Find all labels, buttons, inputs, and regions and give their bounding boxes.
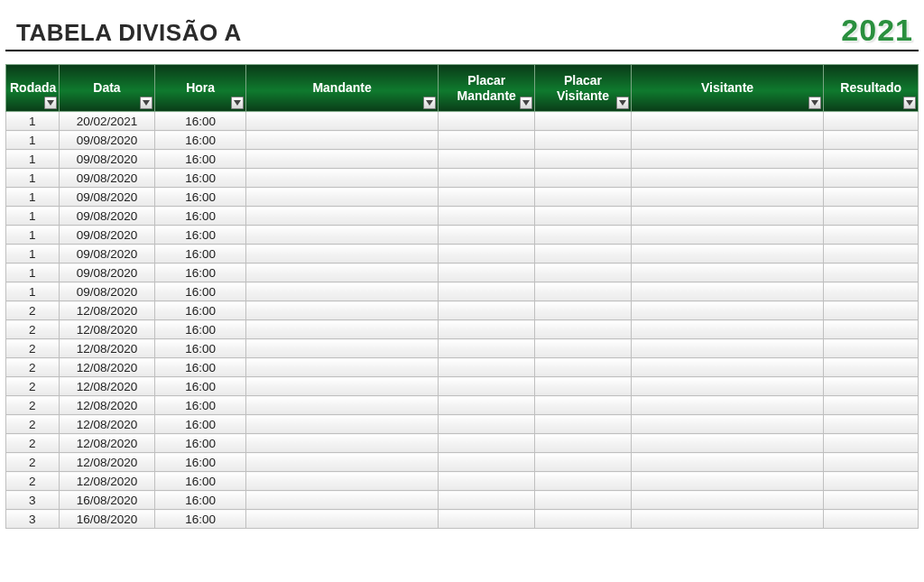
cell-resultado[interactable] bbox=[824, 472, 919, 491]
cell-placarMandante[interactable] bbox=[439, 188, 535, 207]
cell-visitante[interactable] bbox=[631, 150, 824, 169]
cell-visitante[interactable] bbox=[631, 377, 824, 396]
cell-resultado[interactable] bbox=[824, 510, 919, 529]
cell-placarMandante[interactable] bbox=[439, 226, 535, 245]
cell-visitante[interactable] bbox=[631, 491, 824, 510]
cell-data[interactable]: 09/08/2020 bbox=[59, 188, 155, 207]
cell-placarVisitante[interactable] bbox=[535, 131, 632, 150]
column-header-hora[interactable]: Hora bbox=[155, 65, 245, 112]
cell-hora[interactable]: 16:00 bbox=[155, 112, 245, 131]
cell-visitante[interactable] bbox=[631, 396, 824, 415]
cell-visitante[interactable] bbox=[631, 131, 824, 150]
column-header-rodada[interactable]: Rodada bbox=[6, 65, 60, 112]
cell-hora[interactable]: 16:00 bbox=[155, 377, 245, 396]
cell-resultado[interactable] bbox=[824, 263, 919, 282]
cell-mandante[interactable] bbox=[245, 263, 439, 282]
cell-hora[interactable]: 16:00 bbox=[155, 510, 245, 529]
cell-visitante[interactable] bbox=[631, 263, 824, 282]
cell-mandante[interactable] bbox=[245, 282, 439, 301]
cell-mandante[interactable] bbox=[245, 320, 439, 339]
cell-placarMandante[interactable] bbox=[439, 358, 535, 377]
cell-placarVisitante[interactable] bbox=[535, 301, 632, 320]
cell-rodada[interactable]: 2 bbox=[6, 320, 60, 339]
cell-hora[interactable]: 16:00 bbox=[155, 434, 245, 453]
cell-placarMandante[interactable] bbox=[439, 510, 535, 529]
cell-resultado[interactable] bbox=[824, 415, 919, 434]
cell-placarVisitante[interactable] bbox=[535, 188, 632, 207]
cell-resultado[interactable] bbox=[824, 150, 919, 169]
cell-resultado[interactable] bbox=[824, 188, 919, 207]
cell-placarVisitante[interactable] bbox=[535, 226, 632, 245]
cell-data[interactable]: 12/08/2020 bbox=[59, 396, 155, 415]
cell-mandante[interactable] bbox=[245, 112, 439, 131]
cell-placarMandante[interactable] bbox=[439, 263, 535, 282]
cell-placarVisitante[interactable] bbox=[535, 320, 632, 339]
cell-data[interactable]: 16/08/2020 bbox=[59, 510, 155, 529]
cell-rodada[interactable]: 1 bbox=[6, 226, 60, 245]
cell-rodada[interactable]: 2 bbox=[6, 434, 60, 453]
cell-mandante[interactable] bbox=[245, 169, 439, 188]
cell-hora[interactable]: 16:00 bbox=[155, 396, 245, 415]
cell-data[interactable]: 09/08/2020 bbox=[59, 150, 155, 169]
cell-visitante[interactable] bbox=[631, 339, 824, 358]
cell-mandante[interactable] bbox=[245, 226, 439, 245]
cell-mandante[interactable] bbox=[245, 453, 439, 472]
cell-placarVisitante[interactable] bbox=[535, 415, 632, 434]
cell-placarMandante[interactable] bbox=[439, 339, 535, 358]
cell-rodada[interactable]: 1 bbox=[6, 282, 60, 301]
cell-visitante[interactable] bbox=[631, 188, 824, 207]
cell-rodada[interactable]: 1 bbox=[6, 169, 60, 188]
cell-placarMandante[interactable] bbox=[439, 472, 535, 491]
cell-mandante[interactable] bbox=[245, 207, 439, 226]
cell-resultado[interactable] bbox=[824, 320, 919, 339]
cell-mandante[interactable] bbox=[245, 358, 439, 377]
cell-visitante[interactable] bbox=[631, 207, 824, 226]
cell-data[interactable]: 12/08/2020 bbox=[59, 415, 155, 434]
cell-placarMandante[interactable] bbox=[439, 491, 535, 510]
cell-visitante[interactable] bbox=[631, 453, 824, 472]
filter-visitante-button[interactable] bbox=[808, 97, 821, 109]
cell-data[interactable]: 20/02/2021 bbox=[59, 112, 155, 131]
cell-data[interactable]: 12/08/2020 bbox=[59, 377, 155, 396]
cell-placarVisitante[interactable] bbox=[535, 245, 632, 263]
cell-hora[interactable]: 16:00 bbox=[155, 282, 245, 301]
cell-resultado[interactable] bbox=[824, 226, 919, 245]
cell-resultado[interactable] bbox=[824, 245, 919, 263]
cell-resultado[interactable] bbox=[824, 112, 919, 131]
cell-placarMandante[interactable] bbox=[439, 207, 535, 226]
cell-hora[interactable]: 16:00 bbox=[155, 169, 245, 188]
cell-rodada[interactable]: 3 bbox=[6, 491, 60, 510]
cell-placarMandante[interactable] bbox=[439, 415, 535, 434]
cell-visitante[interactable] bbox=[631, 415, 824, 434]
cell-visitante[interactable] bbox=[631, 112, 824, 131]
cell-placarVisitante[interactable] bbox=[535, 358, 632, 377]
cell-mandante[interactable] bbox=[245, 150, 439, 169]
cell-rodada[interactable]: 1 bbox=[6, 207, 60, 226]
cell-placarMandante[interactable] bbox=[439, 320, 535, 339]
cell-placarVisitante[interactable] bbox=[535, 491, 632, 510]
cell-rodada[interactable]: 2 bbox=[6, 301, 60, 320]
cell-visitante[interactable] bbox=[631, 301, 824, 320]
cell-resultado[interactable] bbox=[824, 282, 919, 301]
cell-mandante[interactable] bbox=[245, 131, 439, 150]
cell-rodada[interactable]: 1 bbox=[6, 263, 60, 282]
cell-rodada[interactable]: 2 bbox=[6, 415, 60, 434]
cell-placarVisitante[interactable] bbox=[535, 150, 632, 169]
cell-placarMandante[interactable] bbox=[439, 453, 535, 472]
cell-rodada[interactable]: 2 bbox=[6, 339, 60, 358]
cell-placarMandante[interactable] bbox=[439, 377, 535, 396]
cell-placarMandante[interactable] bbox=[439, 245, 535, 263]
cell-visitante[interactable] bbox=[631, 282, 824, 301]
cell-placarVisitante[interactable] bbox=[535, 169, 632, 188]
cell-data[interactable]: 12/08/2020 bbox=[59, 453, 155, 472]
cell-placarVisitante[interactable] bbox=[535, 112, 632, 131]
cell-rodada[interactable]: 2 bbox=[6, 377, 60, 396]
cell-data[interactable]: 12/08/2020 bbox=[59, 472, 155, 491]
cell-mandante[interactable] bbox=[245, 339, 439, 358]
cell-mandante[interactable] bbox=[245, 245, 439, 263]
column-header-mandante[interactable]: Mandante bbox=[245, 65, 439, 112]
cell-rodada[interactable]: 1 bbox=[6, 245, 60, 263]
cell-placarMandante[interactable] bbox=[439, 169, 535, 188]
cell-placarMandante[interactable] bbox=[439, 131, 535, 150]
cell-hora[interactable]: 16:00 bbox=[155, 188, 245, 207]
